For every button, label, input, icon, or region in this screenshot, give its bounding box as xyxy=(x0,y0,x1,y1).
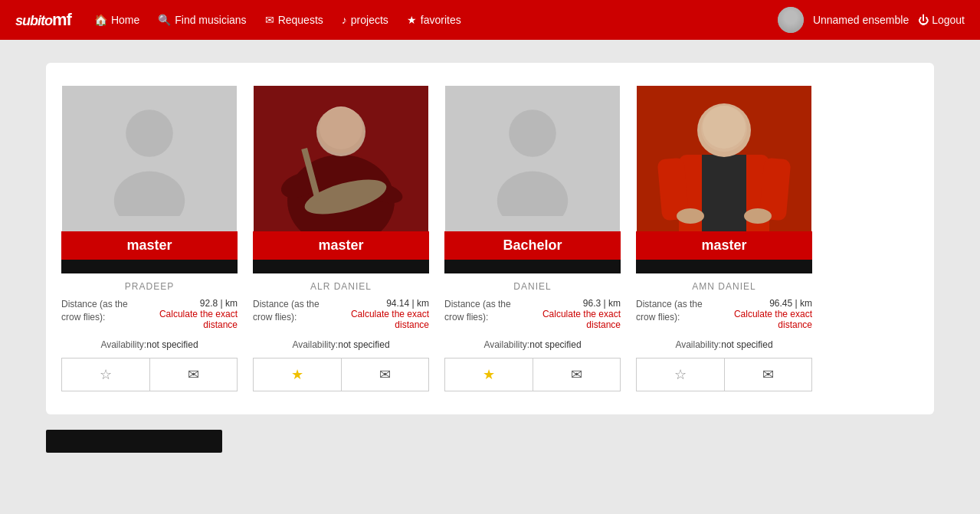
availability-row: Availability: not specified xyxy=(483,339,581,350)
message-button[interactable]: ✉ xyxy=(725,358,812,391)
site-logo[interactable]: subitomf xyxy=(15,10,71,30)
nav-projects-label: projects xyxy=(351,14,388,26)
photo-placeholder xyxy=(62,86,237,231)
distance-km: 92.8 | km xyxy=(200,298,238,309)
nav-projects[interactable]: ♪ projects xyxy=(342,14,388,26)
svg-point-18 xyxy=(677,208,704,224)
availability-label: Availability: xyxy=(483,339,529,350)
availability-label: Availability: xyxy=(292,339,338,350)
photo-placeholder xyxy=(445,86,620,231)
degree-banner: master xyxy=(253,231,429,260)
nav-requests-label: Requests xyxy=(278,14,323,26)
message-icon: ✉ xyxy=(188,366,199,383)
star-icon: ☆ xyxy=(100,366,112,383)
calculate-distance-link[interactable]: Calculate the exact distance xyxy=(351,309,429,330)
svg-point-22 xyxy=(701,106,747,152)
availability-value: not specified xyxy=(146,339,198,350)
musician-photo xyxy=(254,86,428,231)
svg-point-19 xyxy=(744,208,772,224)
musician-photo xyxy=(445,86,620,231)
message-icon: ✉ xyxy=(571,366,582,383)
message-icon: ✉ xyxy=(762,366,774,383)
musician-photo xyxy=(637,86,811,231)
envelope-nav-icon: ✉ xyxy=(265,14,274,26)
musician-name: AMN DANIEL xyxy=(692,281,755,292)
availability-label: Availability: xyxy=(675,339,721,350)
musicians-grid: master PRADEEP Distance (as the crow fli… xyxy=(46,63,934,414)
favorite-button[interactable]: ☆ xyxy=(637,358,725,391)
availability-label: Availability: xyxy=(100,339,146,350)
svg-point-0 xyxy=(126,110,173,157)
distance-value: 96.3 | km Calculate the exact distance xyxy=(532,298,621,330)
distance-km: 96.3 | km xyxy=(583,298,621,309)
degree-banner: Bachelor xyxy=(444,231,621,260)
person-silhouette-icon xyxy=(107,101,192,216)
music-icon: ♪ xyxy=(342,14,347,26)
distance-label: Distance (as the crow flies): xyxy=(253,298,340,330)
availability-value: not specified xyxy=(529,339,581,350)
musician-info: Distance (as the crow flies): 94.14 | km… xyxy=(253,298,429,333)
action-buttons: ☆ ✉ xyxy=(61,358,238,391)
distance-label: Distance (as the crow flies): xyxy=(636,298,723,330)
favorite-button[interactable]: ★ xyxy=(254,358,342,391)
distance-value: 96.45 | km Calculate the exact distance xyxy=(723,298,812,330)
distance-label: Distance (as the crow flies): xyxy=(444,298,532,330)
musician-photo-svg xyxy=(637,86,811,231)
star-filled-icon: ★ xyxy=(291,366,303,383)
nav-home[interactable]: 🏠 Home xyxy=(94,14,139,26)
availability-row: Availability: not specified xyxy=(675,339,772,350)
photo-real2 xyxy=(637,86,811,231)
calculate-distance-link[interactable]: Calculate the exact distance xyxy=(542,309,621,330)
nav-favorites[interactable]: ★ favorites xyxy=(407,14,461,26)
availability-row: Availability: not specified xyxy=(292,339,389,350)
power-icon: ⏻ xyxy=(918,14,929,26)
avatar[interactable] xyxy=(778,7,804,33)
bottom-partial-cards xyxy=(46,430,934,453)
nav-find-musicians[interactable]: 🔍 Find musicians xyxy=(158,14,246,26)
person-silhouette-icon xyxy=(490,101,575,216)
degree-strip xyxy=(444,260,621,273)
message-button[interactable]: ✉ xyxy=(150,358,238,391)
message-button[interactable]: ✉ xyxy=(342,358,429,391)
username-label[interactable]: Unnamed ensemble xyxy=(813,14,909,26)
svg-point-12 xyxy=(497,172,568,217)
calculate-distance-link[interactable]: Calculate the exact distance xyxy=(734,309,812,330)
distance-value: 94.14 | km Calculate the exact distance xyxy=(340,298,429,330)
home-icon: 🏠 xyxy=(94,14,107,26)
action-buttons: ★ ✉ xyxy=(253,358,429,391)
partial-card xyxy=(46,430,222,453)
nav-favorites-label: favorites xyxy=(421,14,461,26)
calculate-distance-link[interactable]: Calculate the exact distance xyxy=(159,309,238,330)
logout-button[interactable]: ⏻ Logout xyxy=(918,14,965,26)
degree-banner: master xyxy=(636,231,812,260)
message-button[interactable]: ✉ xyxy=(533,358,621,391)
message-icon: ✉ xyxy=(379,366,391,383)
nav-right: Unnamed ensemble ⏻ Logout xyxy=(778,7,965,33)
favorite-button[interactable]: ★ xyxy=(445,358,533,391)
action-buttons: ☆ ✉ xyxy=(636,358,812,391)
musician-name: PRADEEP xyxy=(125,281,174,292)
musician-name: ALR DANIEL xyxy=(310,281,372,292)
svg-point-1 xyxy=(114,172,185,217)
musician-photo-svg xyxy=(254,86,428,231)
logout-label: Logout xyxy=(932,14,965,26)
nav-links: 🏠 Home 🔍 Find musicians ✉ Requests ♪ pro… xyxy=(94,14,770,26)
degree-strip xyxy=(253,260,429,273)
distance-value: 92.8 | km Calculate the exact distance xyxy=(149,298,238,330)
distance-km: 96.45 | km xyxy=(769,298,812,309)
star-icon: ☆ xyxy=(674,366,687,383)
nav-home-label: Home xyxy=(111,14,139,26)
nav-requests[interactable]: ✉ Requests xyxy=(265,14,323,26)
musician-info: Distance (as the crow flies): 92.8 | km … xyxy=(61,298,238,333)
svg-rect-15 xyxy=(702,155,746,231)
degree-strip xyxy=(636,260,812,273)
availability-value: not specified xyxy=(721,339,772,350)
distance-row: Distance (as the crow flies): 92.8 | km … xyxy=(61,298,238,330)
favorite-button[interactable]: ☆ xyxy=(62,358,150,391)
musician-info: Distance (as the crow flies): 96.3 | km … xyxy=(444,298,621,333)
availability-value: not specified xyxy=(338,339,389,350)
musician-photo xyxy=(62,86,237,231)
musician-name: DANIEL xyxy=(513,281,551,292)
distance-km: 94.14 | km xyxy=(386,298,429,309)
action-buttons: ★ ✉ xyxy=(444,358,621,391)
